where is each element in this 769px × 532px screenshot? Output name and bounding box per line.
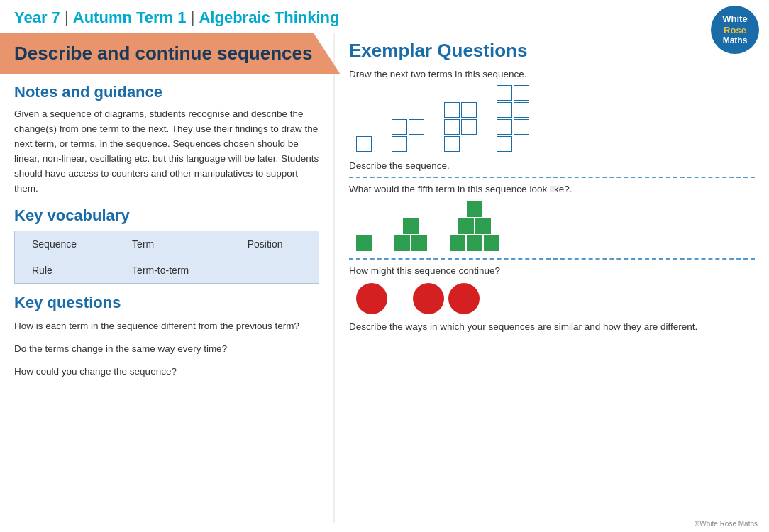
gsq	[450, 235, 465, 251]
logo-line1: White	[722, 13, 747, 25]
gsq	[458, 218, 474, 234]
green-term-1	[356, 235, 372, 251]
red-circle	[413, 283, 444, 314]
year-label: Year 7	[14, 9, 60, 26]
term-3-diagram	[444, 102, 477, 152]
sq-row	[444, 119, 477, 135]
logo-line3: Maths	[723, 35, 748, 45]
sq-row	[444, 102, 477, 118]
term-2-diagram	[392, 119, 424, 152]
term-1-diagram	[356, 136, 372, 152]
gsq	[475, 218, 491, 234]
sq	[514, 85, 529, 101]
gsq-row	[403, 218, 419, 234]
sq	[514, 119, 529, 135]
vocab-table: Sequence Term Position Rule Term-to-term	[14, 231, 319, 284]
section-title: Describe and continue sequences	[14, 43, 323, 65]
green-squares-sequence	[356, 201, 755, 251]
gsq	[394, 235, 410, 251]
gsq-row	[450, 235, 499, 251]
sq	[444, 136, 460, 152]
page-header: Year 7 | Autumn Term 1 | Algebraic Think…	[0, 0, 769, 33]
sq	[356, 136, 372, 152]
gsq	[467, 201, 482, 217]
sq	[392, 119, 407, 135]
vocab-rule: Rule	[15, 257, 116, 283]
circle-term-2	[413, 283, 480, 314]
vocab-row-2: Rule Term-to-term	[15, 257, 319, 283]
gsq-row	[458, 218, 491, 234]
gsq	[403, 218, 419, 234]
circles-sequence	[356, 283, 755, 314]
sq-row	[497, 136, 529, 152]
squares-sequence	[356, 85, 755, 152]
gsq	[484, 235, 499, 251]
sq-row	[497, 85, 529, 101]
sq-row	[444, 136, 477, 152]
term-label: Autumn Term 1	[73, 9, 187, 26]
left-column: Describe and continue sequences Notes an…	[0, 33, 333, 523]
notes-text: Given a sequence of diagrams, students r…	[14, 107, 319, 196]
exemplar-q3: What would the fifth term in this sequen…	[349, 184, 755, 194]
sep2: |	[191, 9, 199, 26]
exemplar-q5: Describe the ways in which your sequence…	[349, 321, 755, 332]
sq	[497, 136, 512, 152]
gsq	[467, 235, 482, 251]
vocab-row-1: Sequence Term Position	[15, 231, 319, 257]
vocab-term: Term	[115, 231, 231, 257]
circle-term-1	[356, 283, 387, 314]
sq	[444, 102, 460, 118]
green-term-2	[394, 218, 427, 251]
sq	[497, 85, 512, 101]
sq	[497, 102, 512, 118]
sq	[409, 119, 424, 135]
gsq	[356, 235, 372, 251]
vocab-sequence: Sequence	[15, 231, 116, 257]
sq	[497, 119, 512, 135]
exemplar-heading: Exemplar Questions	[349, 40, 755, 62]
sq	[392, 136, 407, 152]
sq-row	[392, 119, 424, 135]
red-circle	[356, 283, 387, 314]
right-column: Exemplar Questions Draw the next two ter…	[333, 33, 769, 523]
key-question-3: How could you change the sequence?	[14, 365, 319, 379]
logo-line2: Rose	[724, 25, 746, 36]
exemplar-q2: Describe the sequence.	[349, 160, 755, 171]
gsq	[411, 235, 427, 251]
sq-row	[392, 136, 424, 152]
sq	[461, 102, 477, 118]
term-4-diagram	[497, 85, 529, 152]
gsq-row	[356, 235, 372, 251]
dashed-divider-1	[349, 177, 755, 178]
questions-heading: Key questions	[14, 294, 319, 312]
topic-label: Algebraic Thinking	[199, 9, 339, 26]
vocab-position: Position	[231, 231, 319, 257]
gsq-row	[394, 235, 427, 251]
left-inner: Notes and guidance Given a sequence of d…	[0, 83, 333, 379]
sq	[514, 102, 529, 118]
red-circle	[448, 283, 480, 314]
exemplar-q4: How might this sequence continue?	[349, 265, 755, 276]
vocab-heading: Key vocabulary	[14, 206, 319, 225]
copyright: ©White Rose Maths	[695, 520, 758, 528]
wrm-logo: White Rose Maths	[711, 6, 759, 54]
page-title: Year 7 | Autumn Term 1 | Algebraic Think…	[14, 9, 340, 27]
sep1: |	[65, 9, 73, 26]
main-content: Describe and continue sequences Notes an…	[0, 33, 769, 523]
green-term-3	[450, 201, 499, 251]
notes-heading: Notes and guidance	[14, 83, 319, 101]
vocab-term-to-term: Term-to-term	[115, 257, 231, 283]
vocab-empty	[231, 257, 319, 283]
sq	[444, 119, 460, 135]
sq	[461, 119, 477, 135]
key-question-2: Do the terms change in the same way ever…	[14, 342, 319, 356]
exemplar-q1: Draw the next two terms in this sequence…	[349, 69, 755, 79]
section-banner: Describe and continue sequences	[0, 33, 341, 74]
key-question-1: How is each term in the sequence differe…	[14, 319, 319, 333]
sq-row	[356, 136, 372, 152]
sq-row	[497, 102, 529, 118]
dashed-divider-2	[349, 258, 755, 260]
gsq-row	[467, 201, 482, 217]
sq-row	[497, 119, 529, 135]
